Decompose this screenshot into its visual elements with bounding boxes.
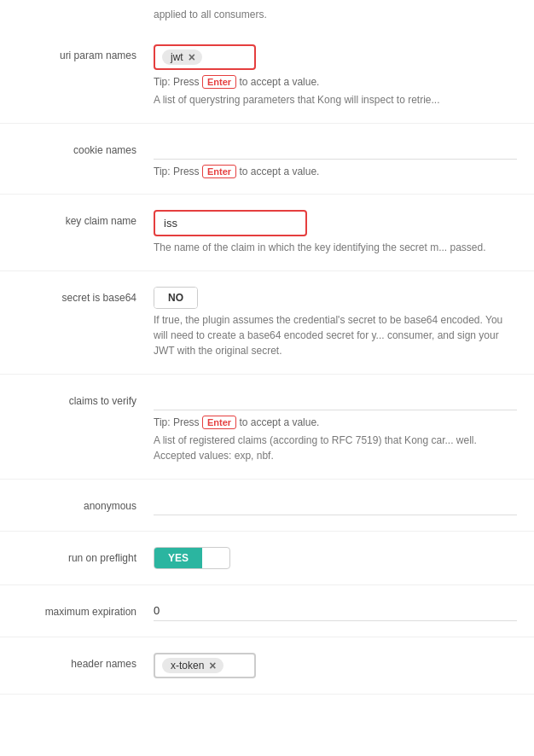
secret-is-base64-description: If true, the plugin assumes the credenti… bbox=[154, 312, 517, 358]
key-claim-name-content: The name of the claim in which the key i… bbox=[154, 210, 517, 255]
secret-is-base64-content: NO If true, the plugin assumes the crede… bbox=[154, 287, 517, 358]
run-on-preflight-label: run on preflight bbox=[17, 547, 154, 564]
key-claim-name-section: key claim name The name of the claim in … bbox=[0, 195, 534, 271]
anonymous-label: anonymous bbox=[17, 495, 154, 512]
cookie-enter-key: Enter bbox=[202, 165, 236, 178]
maximum-expiration-content bbox=[154, 601, 517, 621]
claims-to-verify-label: claims to verify bbox=[17, 390, 154, 407]
header-names-tag-remove[interactable]: × bbox=[209, 660, 216, 672]
key-claim-name-input[interactable] bbox=[154, 210, 307, 236]
uri-param-names-section: uri param names jwt × Tip: Press Enter t… bbox=[0, 29, 534, 124]
secret-is-base64-section: secret is base64 NO If true, the plugin … bbox=[0, 271, 534, 375]
intro-text: applied to all consumers. bbox=[0, 0, 534, 29]
enter-key-icon: Enter bbox=[202, 75, 236, 89]
header-names-label: header names bbox=[17, 653, 154, 670]
claims-to-verify-input[interactable] bbox=[154, 390, 517, 410]
key-claim-name-description: The name of the claim in which the key i… bbox=[154, 240, 517, 255]
claims-to-verify-tip: Tip: Press Enter to accept a value. bbox=[154, 416, 517, 429]
cookie-names-section: cookie names Tip: Press Enter to accept … bbox=[0, 124, 534, 195]
anonymous-section: anonymous bbox=[0, 480, 534, 532]
header-names-input[interactable]: x-token × bbox=[154, 653, 256, 678]
cookie-names-tip: Tip: Press Enter to accept a value. bbox=[154, 165, 517, 178]
header-names-tag: x-token × bbox=[162, 658, 223, 673]
uri-param-names-label: uri param names bbox=[17, 44, 154, 61]
claims-enter-key: Enter bbox=[202, 416, 236, 429]
toggle-no-inactive-btn[interactable] bbox=[202, 554, 229, 562]
uri-param-names-tip: Tip: Press Enter to accept a value. bbox=[154, 75, 517, 89]
run-on-preflight-toggle[interactable]: YES bbox=[154, 547, 230, 569]
anonymous-content bbox=[154, 495, 517, 515]
cookie-names-label: cookie names bbox=[17, 139, 154, 156]
claims-to-verify-content: Tip: Press Enter to accept a value. A li… bbox=[154, 390, 517, 463]
header-names-section: header names x-token × bbox=[0, 637, 534, 695]
toggle-no-btn[interactable]: NO bbox=[154, 288, 197, 308]
claims-to-verify-description: A list of registered claims (according t… bbox=[154, 433, 517, 463]
maximum-expiration-input[interactable] bbox=[154, 601, 517, 621]
secret-is-base64-label: secret is base64 bbox=[17, 287, 154, 304]
cookie-names-input[interactable] bbox=[154, 139, 517, 160]
run-on-preflight-section: run on preflight YES bbox=[0, 532, 534, 585]
uri-param-names-input[interactable]: jwt × bbox=[154, 44, 256, 70]
maximum-expiration-label: maximum expiration bbox=[17, 601, 154, 618]
header-tag-label: x-token bbox=[171, 660, 204, 672]
uri-param-names-tag: jwt × bbox=[162, 49, 202, 65]
header-names-content: x-token × bbox=[154, 653, 517, 678]
run-on-preflight-content: YES bbox=[154, 547, 517, 569]
uri-param-names-description: A list of querystring parameters that Ko… bbox=[154, 92, 517, 108]
toggle-yes-btn[interactable]: YES bbox=[154, 548, 202, 568]
key-claim-name-label: key claim name bbox=[17, 210, 154, 227]
uri-param-names-tag-remove[interactable]: × bbox=[189, 51, 195, 63]
claims-to-verify-section: claims to verify Tip: Press Enter to acc… bbox=[0, 375, 534, 480]
secret-is-base64-toggle[interactable]: NO bbox=[154, 287, 198, 309]
tag-label: jwt bbox=[171, 51, 183, 63]
cookie-names-content: Tip: Press Enter to accept a value. bbox=[154, 139, 517, 178]
uri-param-names-content: jwt × Tip: Press Enter to accept a value… bbox=[154, 44, 517, 108]
maximum-expiration-section: maximum expiration bbox=[0, 585, 534, 637]
anonymous-input[interactable] bbox=[154, 495, 517, 515]
